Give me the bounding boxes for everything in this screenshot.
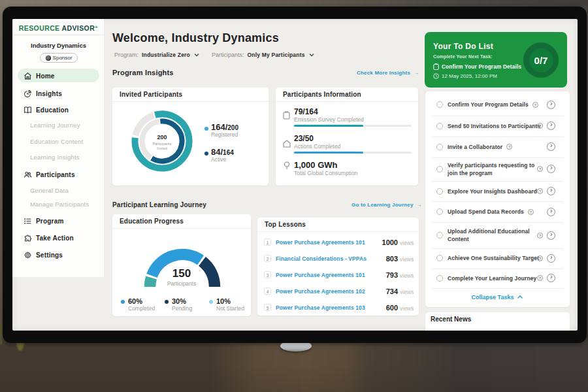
svg-text:Participants: Participants [153,142,172,146]
svg-text:200: 200 [157,134,167,140]
svg-text:Invited: Invited [157,146,167,150]
